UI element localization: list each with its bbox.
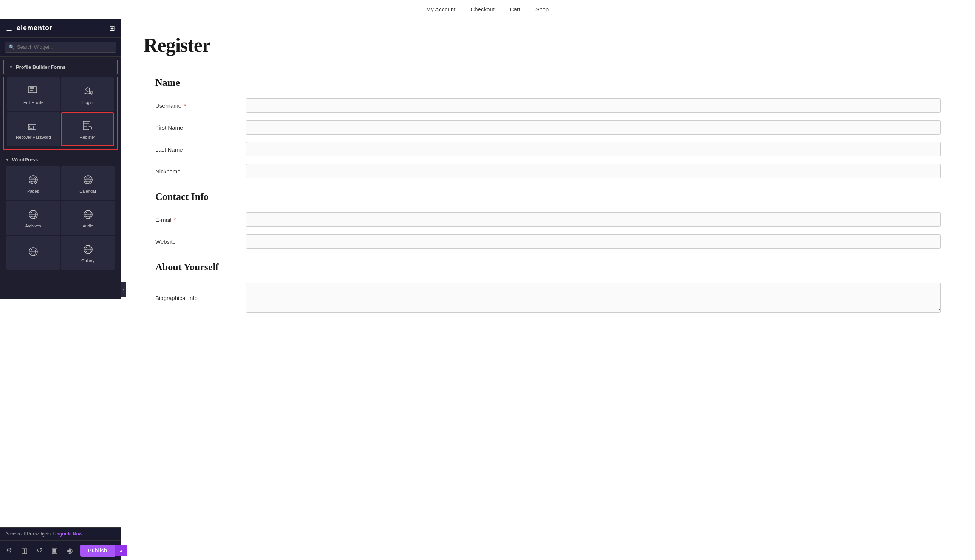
calendar-wp-icon bbox=[83, 175, 93, 187]
profile-builder-label: Profile Builder Forms bbox=[16, 64, 66, 70]
upgrade-link[interactable]: Upgrade Now bbox=[53, 531, 82, 537]
register-icon bbox=[82, 120, 94, 133]
bottom-toolbar: ⚙ ◫ ↺ ▣ ◉ Publish ▲ bbox=[0, 540, 121, 560]
widget-edit-profile[interactable]: Edit Profile bbox=[7, 77, 60, 112]
widget-login[interactable]: Login bbox=[61, 77, 114, 112]
top-nav: My Account Checkout Cart Shop bbox=[0, 0, 975, 19]
main-content: Register Name Username * First Name bbox=[121, 19, 975, 560]
nickname-input[interactable] bbox=[246, 164, 941, 178]
layers-icon[interactable]: ◫ bbox=[20, 545, 29, 556]
widget-archives[interactable]: Archives bbox=[6, 201, 60, 235]
sidebar-wrapper: ☰ elementor ⊞ 🔍 ▼ Profile Builder F bbox=[0, 19, 121, 560]
widget-calendar[interactable]: Calendar bbox=[61, 166, 115, 200]
widget-register[interactable]: Register bbox=[61, 112, 114, 146]
widget-item7[interactable] bbox=[6, 236, 60, 270]
chevron-icon: ▼ bbox=[9, 65, 13, 69]
wordpress-grid: Pages bbox=[3, 166, 118, 273]
svg-point-6 bbox=[90, 92, 91, 93]
elementor-logo: elementor bbox=[17, 24, 53, 32]
login-icon bbox=[82, 86, 93, 98]
lastname-row: Last Name bbox=[144, 138, 952, 160]
firstname-label: First Name bbox=[155, 124, 238, 131]
register-label: Register bbox=[80, 135, 95, 140]
edit-profile-label: Edit Profile bbox=[23, 100, 43, 105]
email-row: E-mail * bbox=[144, 208, 952, 230]
widget-gallery[interactable]: Gallery bbox=[61, 236, 115, 270]
page-title: Register bbox=[143, 34, 952, 56]
name-section: Name Username * First Name Last Name bbox=[144, 68, 952, 182]
login-label: Login bbox=[82, 100, 93, 105]
username-label: Username * bbox=[155, 102, 238, 109]
about-section: About Yourself Biographical Info bbox=[144, 252, 952, 317]
wordpress-header[interactable]: ▼ WordPress bbox=[0, 153, 121, 166]
email-label: E-mail * bbox=[155, 217, 238, 223]
gallery-label: Gallery bbox=[81, 258, 95, 263]
lastname-input[interactable] bbox=[246, 142, 941, 157]
username-required: * bbox=[182, 102, 186, 109]
widget-audio[interactable]: Audio bbox=[61, 201, 115, 235]
history-icon[interactable]: ↺ bbox=[35, 545, 44, 556]
username-input[interactable] bbox=[246, 98, 941, 113]
website-label: Website bbox=[155, 238, 238, 245]
search-input-wrapper: 🔍 bbox=[5, 42, 117, 53]
about-section-title: About Yourself bbox=[144, 252, 952, 279]
svg-text:[...]: [...] bbox=[29, 126, 34, 130]
lastname-label: Last Name bbox=[155, 146, 238, 153]
recover-icon: [...] bbox=[28, 120, 40, 133]
nav-cart[interactable]: Cart bbox=[510, 6, 520, 12]
pages-label: Pages bbox=[27, 189, 39, 193]
audio-label: Audio bbox=[82, 224, 93, 228]
hamburger-icon[interactable]: ☰ bbox=[6, 24, 12, 32]
search-icon: 🔍 bbox=[9, 44, 15, 50]
email-input[interactable] bbox=[246, 212, 941, 227]
nav-links: My Account Checkout Cart Shop bbox=[426, 6, 549, 12]
main-layout: ☰ elementor ⊞ 🔍 ▼ Profile Builder F bbox=[0, 19, 975, 560]
bio-row: Biographical Info bbox=[144, 279, 952, 317]
widget-recover-password[interactable]: [...] Recover Password bbox=[7, 112, 60, 146]
publish-arrow-button[interactable]: ▲ bbox=[115, 545, 127, 556]
email-required: * bbox=[172, 217, 176, 223]
bio-label: Biographical Info bbox=[155, 295, 238, 301]
sidebar: ☰ elementor ⊞ 🔍 ▼ Profile Builder F bbox=[0, 19, 121, 298]
edit-profile-icon bbox=[28, 86, 40, 98]
wordpress-label: WordPress bbox=[12, 157, 38, 162]
nav-shop[interactable]: Shop bbox=[535, 6, 549, 12]
nav-checkout[interactable]: Checkout bbox=[470, 6, 494, 12]
profile-builder-grid: Edit Profile bbox=[3, 77, 118, 150]
firstname-row: First Name bbox=[144, 117, 952, 138]
nickname-label: Nickname bbox=[155, 168, 238, 175]
nav-my-account[interactable]: My Account bbox=[426, 6, 456, 12]
upgrade-banner: Access all Pro widgets. Upgrade Now bbox=[0, 527, 121, 540]
username-row: Username * bbox=[144, 95, 952, 117]
svg-point-4 bbox=[86, 88, 90, 92]
collapse-handle[interactable]: ‹ bbox=[121, 282, 126, 297]
profile-builder-header[interactable]: ▼ Profile Builder Forms bbox=[3, 60, 118, 75]
widget-panel: ▼ Profile Builder Forms bbox=[0, 57, 121, 298]
recover-label: Recover Password bbox=[16, 135, 51, 140]
pages-wp-icon bbox=[28, 175, 38, 187]
settings-icon[interactable]: ⚙ bbox=[5, 545, 13, 556]
bio-textarea[interactable] bbox=[246, 283, 941, 313]
widget-pages[interactable]: Pages bbox=[6, 166, 60, 200]
item7-wp-icon bbox=[28, 247, 38, 258]
website-row: Website bbox=[144, 230, 952, 252]
website-input[interactable] bbox=[246, 234, 941, 248]
search-bar: 🔍 bbox=[0, 38, 121, 57]
upgrade-text: Access all Pro widgets. bbox=[5, 531, 52, 537]
widget-group-profile-builder: ▼ Profile Builder Forms bbox=[0, 60, 121, 150]
eye-icon[interactable]: ◉ bbox=[65, 545, 75, 556]
chevron-icon-wp: ▼ bbox=[5, 158, 9, 162]
search-input[interactable] bbox=[17, 44, 112, 50]
responsive-icon[interactable]: ▣ bbox=[50, 545, 59, 556]
contact-section-title: Contact Info bbox=[144, 182, 952, 208]
publish-button-group: Publish ▲ bbox=[80, 545, 127, 557]
form-container: Name Username * First Name Last Name bbox=[143, 68, 952, 317]
contact-section: Contact Info E-mail * Website bbox=[144, 182, 952, 252]
archives-label: Archives bbox=[25, 224, 41, 228]
audio-wp-icon bbox=[83, 209, 93, 222]
elementor-header: ☰ elementor ⊞ bbox=[0, 19, 121, 38]
gallery-wp-icon bbox=[83, 244, 93, 256]
publish-button[interactable]: Publish bbox=[80, 545, 115, 557]
firstname-input[interactable] bbox=[246, 120, 941, 135]
grid-icon[interactable]: ⊞ bbox=[109, 24, 115, 32]
